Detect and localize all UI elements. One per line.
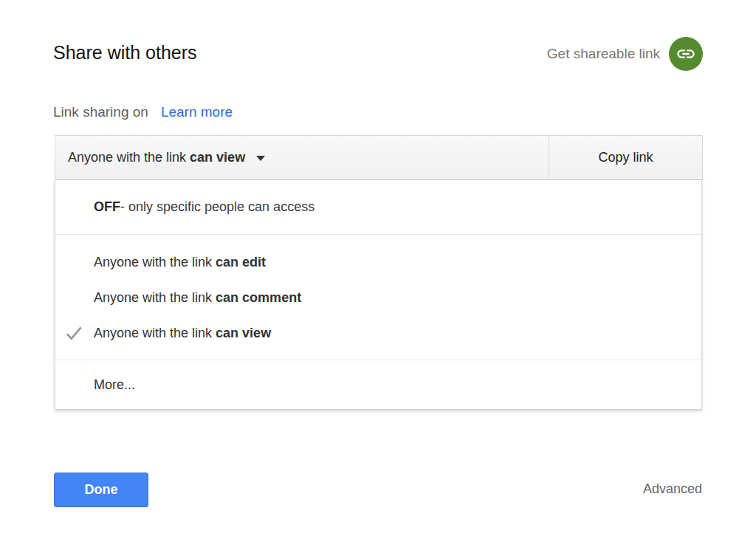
copy-link-button[interactable]: Copy link <box>549 135 703 180</box>
check-icon <box>64 323 83 343</box>
menu-item-can-view[interactable]: Anyone with the link can view <box>55 315 701 351</box>
page-title: Share with others <box>53 42 197 63</box>
option-prefix: Anyone with the link <box>94 326 212 341</box>
menu-item-more[interactable]: More... <box>55 360 701 409</box>
menu-item-can-comment[interactable]: Anyone with the link can comment <box>55 280 701 315</box>
advanced-link[interactable]: Advanced <box>643 481 702 497</box>
option-bold: can comment <box>216 290 301 306</box>
option-bold: can view <box>216 326 271 341</box>
link-icon <box>669 37 703 71</box>
option-bold: can edit <box>216 255 266 270</box>
permission-dropdown-prefix: Anyone with the link <box>68 150 186 165</box>
link-sharing-status: Link sharing on <box>53 104 148 120</box>
option-prefix: Anyone with the link <box>94 255 212 270</box>
get-shareable-link-button[interactable]: Get shareable link <box>547 37 703 71</box>
permission-dropdown-button[interactable]: Anyone with the link can view <box>55 135 549 180</box>
menu-item-can-edit[interactable]: Anyone with the link can edit <box>55 244 701 280</box>
menu-item-off-bold: OFF <box>94 199 120 215</box>
option-prefix: Anyone with the link <box>94 290 212 306</box>
copy-link-label: Copy link <box>598 150 653 165</box>
permission-option-group: Anyone with the link can edit Anyone wit… <box>55 235 701 360</box>
link-sharing-row: Link sharing on Learn more <box>53 104 233 120</box>
share-dialog: Share with others Get shareable link Lin… <box>0 0 756 553</box>
learn-more-link[interactable]: Learn more <box>161 104 233 120</box>
menu-item-off[interactable]: OFF - only specific people can access <box>55 180 701 234</box>
menu-item-off-rest: - only specific people can access <box>120 199 315 215</box>
chevron-down-icon <box>256 156 265 161</box>
get-shareable-link-label: Get shareable link <box>547 46 660 62</box>
permission-dropdown-value: can view <box>190 150 245 165</box>
menu-item-more-label: More... <box>94 377 135 393</box>
link-sharing-toolbar: Anyone with the link can view Copy link <box>55 135 703 180</box>
permission-dropdown-menu: OFF - only specific people can access An… <box>55 180 702 410</box>
done-button[interactable]: Done <box>54 473 148 507</box>
